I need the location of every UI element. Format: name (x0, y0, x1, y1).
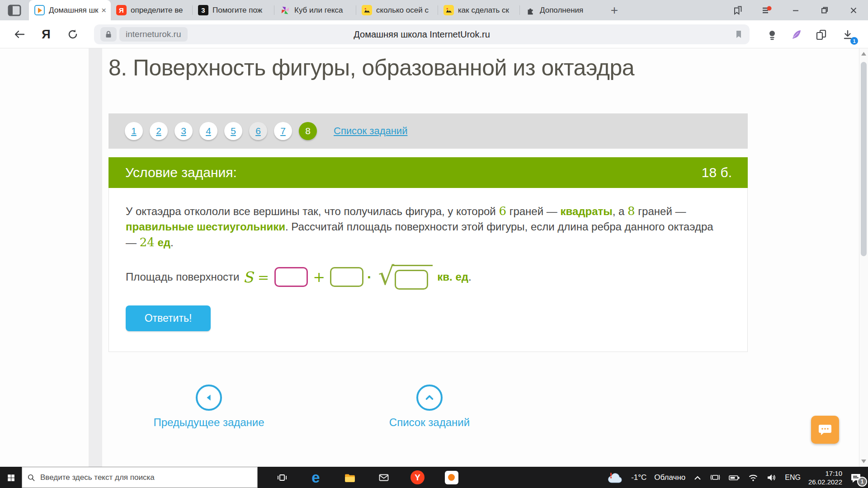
downloads-button[interactable]: 1 (839, 27, 856, 43)
tab-extensions[interactable]: Дополнения (520, 0, 602, 20)
search-icon (27, 473, 36, 482)
address-bar[interactable]: interneturok.ru Домашняя школа InternetU… (94, 24, 750, 44)
bookmarks-icon (732, 5, 743, 16)
task-text-segment: , а (613, 205, 627, 217)
task-view-icon (276, 472, 288, 483)
back-button[interactable] (11, 26, 28, 42)
task-list-button[interactable]: Список заданий (362, 385, 497, 429)
tab-yandex-search[interactable]: Я определите ве (111, 0, 193, 20)
restore-button[interactable] (810, 0, 839, 20)
yandex-favicon: Я (116, 5, 127, 15)
battery-button[interactable] (728, 474, 740, 482)
menu-icon (761, 5, 773, 16)
task-number-1[interactable]: 1 (125, 122, 143, 140)
tab-cube-question[interactable]: Куб или гекса (274, 0, 356, 20)
task-number-8-current[interactable]: 8 (299, 122, 317, 140)
tab-title: сколько осей с (376, 6, 434, 15)
tab-title: Куб или гекса (294, 6, 352, 15)
edge-app-button[interactable]: e (299, 467, 333, 488)
collections-icon (815, 29, 828, 41)
action-center-button[interactable]: 1 (850, 472, 862, 483)
up-arrow-circle[interactable] (416, 385, 443, 411)
browser-toolbar: Я interneturok.ru Домашняя школа Interne… (0, 20, 868, 48)
mail-app-button[interactable] (367, 467, 401, 488)
volume-button[interactable] (766, 473, 777, 482)
bulb-icon (767, 29, 778, 41)
answer-input-3[interactable] (395, 270, 428, 290)
minimize-button[interactable] (781, 0, 810, 20)
clock-date: 26.02.2022 (808, 478, 842, 486)
tab-title: как сделать ск (458, 6, 515, 15)
answer-formula: Площадь поверхности S = + · √ кв. ед . (126, 262, 731, 292)
feather-icon (790, 29, 802, 41)
reload-button[interactable] (65, 26, 81, 42)
close-window-button[interactable] (839, 0, 868, 20)
wifi-button[interactable] (748, 473, 759, 482)
prev-task-button[interactable]: Предыдущее задание (141, 385, 277, 429)
answer-input-1[interactable] (274, 267, 308, 287)
scrollbar-thumb[interactable] (861, 62, 867, 256)
collections-button[interactable] (813, 27, 830, 43)
start-button[interactable] (0, 467, 22, 488)
tray-expand-button[interactable] (693, 474, 702, 481)
tab-znanija[interactable]: 3 Помогите пож (193, 0, 274, 20)
bookmarks-panel-button[interactable] (723, 0, 752, 20)
task-number-2[interactable]: 2 (150, 122, 168, 140)
language-indicator[interactable]: ENG (785, 474, 801, 482)
search-input[interactable] (39, 473, 253, 483)
yandex-browser-icon: Y (410, 470, 425, 484)
page-title: 8. Поверхность фигуры, образованной из о… (108, 55, 634, 81)
interneturok-favicon (34, 5, 45, 15)
puzzle-favicon (525, 5, 536, 15)
weather-temperature[interactable]: -1°C (631, 473, 646, 482)
tab-screenshot-question[interactable]: как сделать ск (438, 0, 520, 20)
tab-interneturok[interactable]: Домашняя шк × (29, 0, 111, 20)
task-list-link[interactable]: Список заданий (334, 125, 407, 137)
download-badge: 1 (850, 37, 858, 45)
answer-button[interactable]: Ответить! (126, 305, 211, 331)
tab-close-icon[interactable]: × (101, 5, 106, 15)
bulb-button[interactable] (764, 27, 781, 43)
task-number-4[interactable]: 4 (199, 122, 217, 140)
task-number-6[interactable]: 6 (249, 122, 267, 140)
page-scrollbar[interactable] (859, 48, 868, 467)
word-units: ед (155, 236, 170, 249)
sidebar-toggle-button[interactable] (0, 0, 29, 20)
weather-button[interactable] (607, 471, 623, 484)
task-number-5[interactable]: 5 (224, 122, 242, 140)
zen-feather-button[interactable] (788, 27, 805, 43)
chat-widget-button[interactable] (811, 416, 839, 444)
yandex-browser-button[interactable]: Y (401, 467, 434, 488)
weather-condition[interactable]: Облачно (654, 473, 685, 482)
equals-sign: = (258, 269, 269, 285)
new-tab-button[interactable]: + (602, 0, 627, 20)
condition-header: Условие задания: 18 б. (108, 157, 748, 188)
bookmark-page-button[interactable] (734, 29, 743, 39)
formula-variable: S (243, 268, 253, 286)
tab-axes-question[interactable]: сколько осей с (356, 0, 438, 20)
task-card: У октаэдра откололи все вершины так, что… (108, 188, 748, 352)
browser-menu-button[interactable] (752, 0, 781, 20)
task-view-button[interactable] (265, 467, 299, 488)
chevron-up-tray-icon (693, 474, 702, 481)
scroll-down-icon[interactable] (861, 460, 866, 463)
scroll-up-icon[interactable] (861, 52, 866, 56)
task-number-7[interactable]: 7 (274, 122, 292, 140)
minimize-icon (791, 5, 801, 15)
task-text-segment: У октаэдра откололи все вершины так, что… (126, 205, 499, 217)
clock[interactable]: 17:10 26.02.2022 (808, 469, 842, 486)
task-text-segment: . (170, 236, 174, 249)
yandex-home-button[interactable]: Я (38, 26, 54, 42)
tab-title: Дополнения (540, 6, 597, 15)
display-device-button[interactable] (710, 473, 721, 482)
url-domain[interactable]: interneturok.ru (119, 27, 188, 42)
answer-input-2[interactable] (330, 267, 363, 287)
taskbar-search-box[interactable] (22, 467, 258, 488)
formula-period: . (468, 271, 472, 283)
wifi-icon (748, 473, 759, 482)
task-number-3[interactable]: 3 (175, 122, 193, 140)
orange-app-button[interactable] (434, 467, 468, 488)
file-explorer-button[interactable] (333, 467, 367, 488)
prev-arrow-circle[interactable] (196, 385, 222, 411)
system-tray: -1°C Облачно (607, 467, 868, 488)
